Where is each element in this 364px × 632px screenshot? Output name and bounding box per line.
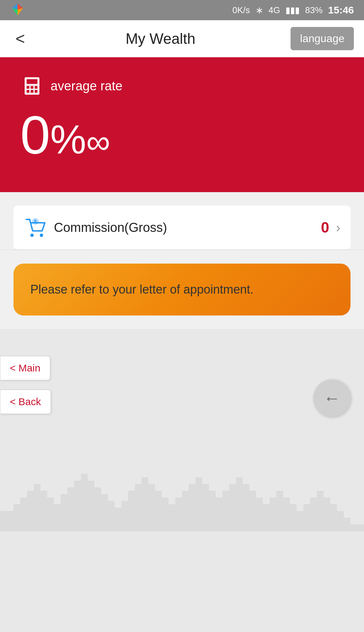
svg-rect-4 — [31, 86, 33, 89]
commission-label: Commission(Gross) — [54, 220, 321, 235]
banner-label: average rate — [51, 79, 122, 93]
svg-rect-7 — [31, 90, 33, 93]
nav-bar: < My Wealth language — [0, 20, 364, 57]
rate-percent: % — [50, 119, 86, 159]
notice-text: Please refer to your letter of appointme… — [30, 282, 253, 296]
cart-icon: $ — [24, 216, 47, 239]
status-signal: ▮▮▮ — [285, 5, 300, 16]
commission-row[interactable]: $ Commission(Gross) 0 › — [13, 206, 351, 249]
notice-box: Please refer to your letter of appointme… — [13, 264, 351, 315]
svg-rect-6 — [27, 90, 29, 93]
rate-number: 0 — [20, 108, 50, 162]
status-battery: 83% — [305, 5, 323, 16]
page-title: My Wealth — [30, 30, 291, 47]
main-background: < Main < Back ← — [0, 329, 364, 531]
commission-value: 0 — [321, 219, 329, 236]
notice-section: Please refer to your letter of appointme… — [0, 250, 364, 329]
status-network: 4G — [269, 5, 280, 16]
status-speed: 0K/s — [233, 5, 250, 16]
back-arrow-icon: ← — [324, 388, 340, 408]
status-logo-area — [10, 2, 25, 18]
svg-rect-3 — [27, 86, 29, 89]
svg-rect-8 — [35, 90, 37, 93]
svg-point-9 — [30, 234, 34, 237]
status-bar: 0K/s ∗ 4G ▮▮▮ 83% 15:46 — [0, 0, 364, 20]
banner-rate: 0 % ∞ — [20, 108, 344, 162]
banner-label-row: average rate — [20, 74, 344, 98]
svg-text:$: $ — [34, 219, 37, 224]
svg-rect-5 — [35, 86, 37, 89]
floating-back-circle-button[interactable]: ← — [313, 380, 351, 417]
floating-back-button[interactable]: < Back — [0, 390, 51, 414]
calculator-icon — [20, 74, 44, 98]
status-bluetooth: ∗ — [255, 5, 263, 16]
back-button[interactable]: < — [10, 31, 30, 47]
rate-permille: ∞ — [86, 125, 110, 158]
svg-point-10 — [40, 234, 43, 237]
floating-main-button[interactable]: < Main — [0, 356, 50, 380]
svg-rect-2 — [27, 79, 37, 84]
status-time: 15:46 — [328, 4, 354, 16]
red-banner: average rate 0 % ∞ — [0, 57, 364, 192]
language-button[interactable]: language — [291, 27, 354, 50]
city-silhouette — [0, 464, 364, 531]
chevron-right-icon: › — [336, 220, 340, 235]
commission-section: $ Commission(Gross) 0 › — [0, 192, 364, 249]
